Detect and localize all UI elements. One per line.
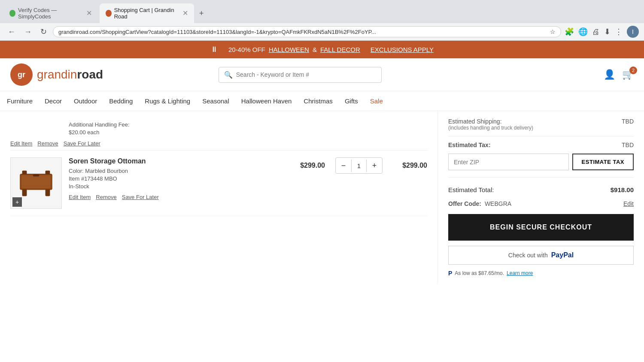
nav-outdoor[interactable]: Outdoor: [74, 91, 97, 111]
address-bar: ← → ↻ grandinroad.com/ShoppingCartView?c…: [0, 23, 644, 40]
item-total-ottoman: $299.00: [393, 162, 427, 169]
item2-edit-link[interactable]: Edit Item: [69, 194, 91, 200]
translate-icon[interactable]: 🌐: [578, 27, 588, 36]
item-name-ottoman: Soren Storage Ottoman: [69, 157, 293, 165]
logo-text: grandinroad: [37, 68, 103, 81]
tab-favicon-1: [9, 10, 15, 17]
site-header: gr grandinroad 🔍 👤 🛒 2: [0, 58, 644, 91]
search-icon: 🔍: [224, 71, 233, 79]
cart-section: Additional Handling Fee: $20.00 each Edi…: [0, 111, 438, 284]
url-box[interactable]: grandinroad.com/ShoppingCartView?catalog…: [53, 26, 561, 37]
paypal-checkout-button[interactable]: Check out with PayPal: [448, 246, 634, 265]
shipping-label: Estimated Shipping:: [448, 118, 533, 125]
svg-rect-4: [22, 171, 27, 175]
nav-decor[interactable]: Decor: [45, 91, 62, 111]
paypal-learn-more-link[interactable]: Learn more: [507, 270, 533, 276]
offer-code-value: WEBGRA: [485, 200, 511, 207]
nav-halloween[interactable]: Halloween Haven: [241, 91, 292, 111]
url-text: grandinroad.com/ShoppingCartView?catalog…: [58, 29, 547, 35]
svg-rect-5: [46, 171, 50, 175]
shipping-label-area: Estimated Shipping: (includes handling a…: [448, 118, 533, 131]
download-icon[interactable]: ⬇: [604, 27, 611, 36]
cart-icon[interactable]: 🛒 2: [622, 69, 634, 80]
offer-code-label: Offer Code: WEBGRA: [448, 200, 511, 207]
account-icon[interactable]: 👤: [604, 69, 615, 80]
item1-handling-label: Additional Handling Fee:: [69, 121, 427, 128]
nav-seasonal[interactable]: Seasonal: [202, 91, 229, 111]
item2-save-link[interactable]: Save For Later: [122, 194, 159, 200]
back-button[interactable]: ←: [5, 27, 18, 37]
add-image-button[interactable]: +: [12, 197, 22, 207]
item-unit-price-ottoman: $299.00: [300, 162, 325, 169]
divider-1: [448, 136, 634, 136]
item1-remove-link[interactable]: Remove: [37, 140, 58, 147]
reload-button[interactable]: ↻: [38, 26, 49, 37]
paypal-pre-text: Check out with: [508, 252, 548, 259]
item-stock-ottoman: In-Stock: [69, 183, 293, 190]
promo-exclusions[interactable]: EXCLUSIONS APPLY: [371, 46, 434, 53]
tab-favicon-2: [106, 10, 112, 17]
tax-row: Estimated Tax: TBD: [448, 142, 634, 148]
tab-shopping-cart[interactable]: Shopping Cart | Grandin Road ✕: [100, 3, 194, 23]
checkout-button[interactable]: BEGIN SECURE CHECKOUT: [448, 214, 634, 241]
tab-verify-codes[interactable]: Verify Codes — SimplyCodes ✕: [3, 3, 98, 23]
profile-icon[interactable]: I: [627, 26, 639, 38]
item-details-ottoman: Soren Storage Ottoman Color: Marbled Bou…: [69, 157, 293, 200]
cart-item-ottoman: + Soren Storage Ottoman Color: Marbled B…: [10, 151, 427, 216]
nav-sale[interactable]: Sale: [370, 91, 383, 111]
svg-rect-2: [22, 189, 27, 196]
svg-rect-6: [33, 175, 39, 177]
nav-gifts[interactable]: Gifts: [345, 91, 358, 111]
estimated-total-value: $918.00: [611, 186, 634, 193]
offer-edit-button[interactable]: Edit: [623, 200, 634, 207]
shipping-value: TBD: [622, 118, 634, 125]
nav-christmas[interactable]: Christmas: [304, 91, 333, 111]
search-input[interactable]: [236, 71, 376, 78]
toolbar-icons: 🧩 🌐 🖨 ⬇ ⋮ I: [565, 26, 639, 38]
nav-furniture[interactable]: Furniture: [7, 91, 33, 111]
paypal-logo: PayPal: [551, 251, 574, 259]
zip-input[interactable]: [448, 154, 569, 170]
menu-icon[interactable]: ⋮: [615, 27, 623, 36]
forward-button[interactable]: →: [21, 27, 34, 37]
nav-rugs-lighting[interactable]: Rugs & Lighting: [145, 91, 190, 111]
tax-value: TBD: [622, 142, 634, 148]
tab-close-2[interactable]: ✕: [182, 10, 188, 17]
new-tab-button[interactable]: +: [196, 7, 207, 20]
item1-handling-value: $20.00 each: [69, 129, 427, 136]
nav-bedding[interactable]: Bedding: [109, 91, 133, 111]
tab-bar: Verify Codes — SimplyCodes ✕ Shopping Ca…: [0, 0, 644, 23]
estimate-tax-button[interactable]: ESTIMATE TAX: [572, 154, 634, 170]
paypal-promo-text: As low as $87.65/mo.: [455, 270, 504, 276]
item1-edit-link[interactable]: Edit Item: [10, 140, 32, 147]
tab-close-1[interactable]: ✕: [86, 10, 92, 17]
print-icon[interactable]: 🖨: [592, 27, 600, 36]
logo-name-plain: grandin: [37, 68, 77, 81]
estimate-tax-row: ESTIMATE TAX: [448, 154, 634, 170]
main-layout: Additional Handling Fee: $20.00 each Edi…: [0, 111, 644, 284]
estimated-total-row: Estimated Total: $918.00: [448, 183, 634, 193]
logo-initials: gr: [18, 70, 25, 79]
item1-save-link[interactable]: Save For Later: [64, 140, 100, 147]
extensions-icon[interactable]: 🧩: [565, 27, 574, 36]
qty-decrease-ottoman[interactable]: −: [336, 158, 351, 173]
shipping-note: (includes handling and truck delivery): [448, 125, 533, 131]
pause-icon[interactable]: ⏸: [210, 45, 218, 54]
logo-area[interactable]: gr grandinroad: [10, 63, 103, 86]
promo-link-fall[interactable]: FALL DECOR: [320, 46, 360, 53]
promo-link-halloween[interactable]: HALLOWEEN: [269, 46, 309, 53]
cart-badge: 2: [629, 66, 637, 74]
header-actions: 👤 🛒 2: [604, 69, 634, 80]
bookmark-icon[interactable]: ☆: [550, 28, 556, 35]
item-price-qty-ottoman: $299.00 − 1 + $299.00: [300, 157, 427, 174]
qty-increase-ottoman[interactable]: +: [367, 158, 382, 173]
ottoman-illustration: [17, 166, 55, 200]
tab-label-2: Shopping Cart | Grandin Road: [114, 7, 178, 20]
search-bar[interactable]: 🔍: [219, 67, 382, 83]
item1-actions: Edit Item Remove Save For Later: [10, 140, 427, 147]
main-nav: Furniture Decor Outdoor Bedding Rugs & L…: [0, 91, 644, 111]
cart-item-1-partial: Additional Handling Fee: $20.00 each Edi…: [10, 118, 427, 151]
item2-remove-link[interactable]: Remove: [96, 194, 116, 200]
browser-chrome: Verify Codes — SimplyCodes ✕ Shopping Ca…: [0, 0, 644, 41]
item-image-ottoman: +: [10, 157, 62, 209]
